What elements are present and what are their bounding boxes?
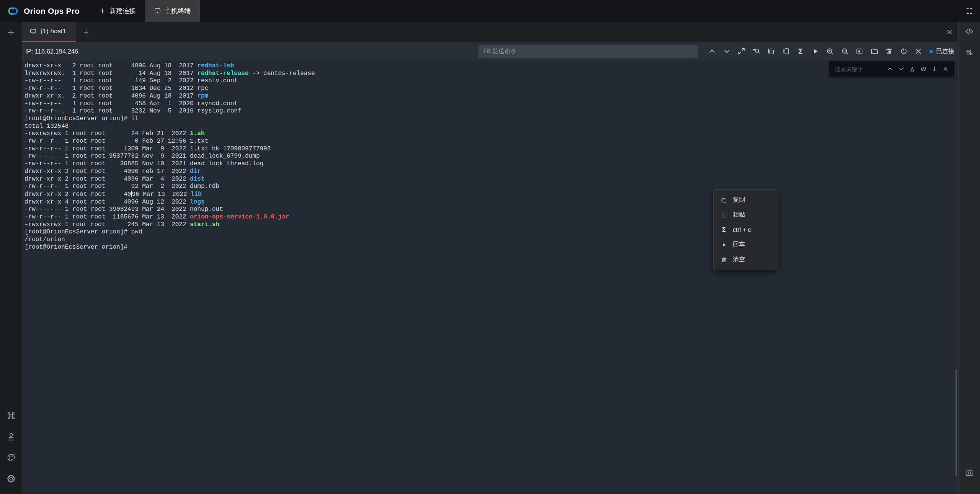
context-menu-item[interactable]: 复制 [714,192,777,207]
terminal-line: drwxr-xr-x. 2 root root 4096 Aug 18 2017… [24,93,958,100]
stamp-icon [6,431,16,442]
chevron-down-icon [898,66,904,72]
search-text-icon [752,47,761,55]
paste-button[interactable] [781,46,791,56]
fullscreen-button[interactable] [959,0,980,22]
tab-label: (1) host1 [41,28,66,35]
chevron-down-button[interactable] [897,65,905,73]
shortcuts-button[interactable] [5,410,17,421]
copy-icon [720,197,727,204]
terminal-line: -rw-r--r-- 1 root root 1309 Mar 9 2022 1… [24,145,958,153]
scrollbar-thumb[interactable] [956,369,957,476]
plus-icon [6,28,16,37]
context-menu-item[interactable]: 回车 [714,237,777,252]
chevron-up-button[interactable] [886,65,894,73]
transfer-button[interactable] [964,47,975,58]
terminal-line: drwxr-xr-x 2 root root 4096 Mar 4 2022 d… [24,176,958,183]
power-button[interactable] [899,46,909,56]
chevron-up-icon [887,66,893,72]
terminal-line: -rw-r--r-- 1 root root 92 Mar 2 2022 dum… [24,183,958,191]
new-tab-button[interactable] [76,22,96,42]
code-box-button[interactable] [854,46,864,56]
terminal-line: drwxr-xr-x 2 root root 4096 Aug 18 2017 … [24,62,958,70]
terminal-area[interactable]: drwxr-xr-x 2 root root 4096 Aug 18 2017 … [22,60,958,494]
close-tabs-button[interactable] [946,22,953,42]
paste-icon [720,212,727,218]
search-text-button[interactable] [751,46,761,56]
main-area: (1) host1 IP: 116.62.194.246 Σ 已连接 [0,22,980,494]
status-label: 已连接 [936,47,954,55]
topbar-spacer [200,0,959,22]
terminal-line: drwxr-xr-x 3 root root 4096 Feb 17 2022 … [24,168,958,176]
paste-icon [782,47,790,55]
screenshot-button[interactable] [964,467,975,478]
tab-host1[interactable]: (1) host1 [22,22,76,42]
copy-button[interactable] [766,46,776,56]
context-menu-item[interactable]: 清空 [714,252,777,267]
terminal-line: -rw-r--r--. 1 root root 3232 Nov 5 2016 … [24,108,958,115]
context-menu: 复制 粘贴 Σ ctrl + c 回车 清空 [713,189,777,270]
code-icon [964,26,975,37]
top-bar: Orion Ops Pro 新建连接 主机终端 [0,0,980,22]
chevron-down-button[interactable] [722,46,732,56]
settings-button[interactable] [5,473,17,484]
match-case-icon[interactable]: A [908,65,916,73]
terminal-line: -rw------- 1 root root 95377762 Nov 9 20… [24,153,958,160]
app-title: Orion Ops Pro [24,7,80,16]
nav-host-terminal[interactable]: 主机终端 [145,0,200,22]
trash-icon [720,256,727,263]
sigma-button[interactable]: Σ [795,46,805,56]
fullscreen-icon [965,7,973,15]
terminal-line: -rw-r--r-- 1 root root 1185676 Mar 13 20… [24,214,958,221]
camera-icon [965,468,974,478]
plus-icon [99,7,106,15]
terminal-line: -rwxrwxrwx 1 root root 245 Mar 13 2022 s… [24,221,958,229]
terminal-search-box: AWI [829,61,954,77]
terminal-line: -rw-r--r-- 1 root root 36885 Nov 10 2021… [24,160,958,168]
search-input[interactable] [835,66,883,72]
nav-new-connection[interactable]: 新建连接 [90,0,145,22]
app-window: Orion Ops Pro 新建连接 主机终端 [0,0,980,494]
trash-button[interactable] [884,46,894,56]
app-logo-icon [6,4,20,18]
terminal-toolbar: IP: 116.62.194.246 Σ 已连接 [22,42,958,60]
center-column: (1) host1 IP: 116.62.194.246 Σ 已连接 [22,22,958,494]
connection-status: 已连接 [929,47,954,55]
zoom-in-button[interactable] [825,46,835,56]
regex-icon[interactable]: I [931,65,938,73]
terminal-line: lrwxrwxrwx. 1 root root 14 Aug 18 2017 r… [24,70,958,78]
close-button[interactable] [913,46,923,56]
palette-icon [6,452,16,463]
identity-button[interactable] [5,431,17,442]
whole-word-icon[interactable]: W [920,65,927,73]
tab-strip: (1) host1 [22,22,958,42]
status-dot-icon [929,50,933,53]
chevron-up-icon [708,47,716,55]
top-nav: 新建连接 主机终端 [90,0,200,22]
context-menu-item[interactable]: Σ ctrl + c [714,222,777,237]
zoom-in-icon [826,47,834,55]
play-icon [720,241,727,248]
chevron-up-button[interactable] [707,46,717,56]
close-icon [946,29,953,35]
sigma-icon: Σ [796,47,805,55]
close-icon [942,66,949,72]
play-button[interactable] [810,46,820,56]
context-menu-item[interactable]: 粘贴 [714,207,777,222]
expand-button[interactable] [737,46,746,56]
add-connection-button[interactable] [5,26,17,38]
plus-icon [83,29,90,36]
trash-icon [885,47,893,55]
zoom-out-button[interactable] [840,46,850,56]
swap-icon [964,47,975,58]
code-snippets-button[interactable] [964,26,975,37]
send-command-input[interactable] [479,45,698,58]
play-icon [811,47,820,55]
theme-button[interactable] [5,452,17,463]
folder-button[interactable] [869,46,879,56]
terminal-line: -rw------- 1 root root 39082493 Mar 24 2… [24,206,958,214]
brand: Orion Ops Pro [0,0,90,22]
close-button[interactable] [942,65,949,73]
terminal-line: -rw-r--r-- 1 root root 149 Sep 2 2022 re… [24,77,958,85]
chevron-down-icon [723,47,731,55]
